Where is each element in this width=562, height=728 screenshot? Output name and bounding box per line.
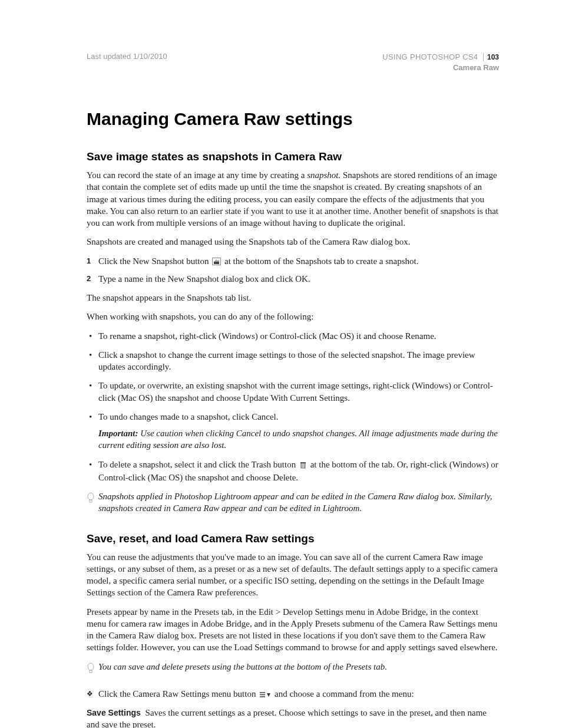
definition-term: Save Settings (87, 708, 141, 717)
paragraph: You can reuse the adjustments that you'v… (87, 551, 499, 599)
svg-point-9 (88, 663, 94, 670)
section-heading-snapshots: Save image states as snapshots in Camera… (87, 150, 499, 163)
list-item: 2 Type a name in the New Snapshot dialog… (87, 273, 499, 285)
settings-menu-icon (259, 689, 271, 701)
list-item: 1 Click the New Snapshot button at the b… (87, 255, 499, 268)
tip-bulb-icon (87, 490, 96, 507)
list-item: To delete a snapshot, select it and clic… (98, 459, 499, 484)
tip-note: Snapshots applied in Photoshop Lightroom… (87, 490, 499, 515)
section-heading-save-load: Save, reset, and load Camera Raw setting… (87, 532, 499, 545)
svg-marker-14 (267, 693, 270, 697)
bullet-list: To rename a snapshot, right-click (Windo… (87, 330, 499, 484)
list-item: Click a snapshot to change the current i… (98, 349, 499, 373)
list-item: To update, or overwrite, an existing sna… (98, 380, 499, 404)
list-item: To undo changes made to a snapshot, clic… (98, 411, 499, 452)
svg-rect-3 (301, 463, 305, 468)
doc-title: USING PHOTOSHOP CS4 (382, 52, 478, 61)
important-note: Important: Use caution when clicking Can… (98, 427, 499, 452)
paragraph: Snapshots are created and managed using … (87, 236, 499, 248)
paragraph: The snapshot appears in the Snapshots ta… (87, 292, 499, 304)
svg-rect-8 (90, 500, 92, 502)
paragraph: When working with snapshots, you can do … (87, 311, 499, 322)
definition-paragraph: Save Settings Saves the current settings… (87, 707, 499, 728)
list-item: To rename a snapshot, right-click (Windo… (98, 330, 499, 342)
tip-note: You can save and delete presets using th… (87, 661, 499, 677)
svg-rect-1 (214, 262, 219, 264)
action-step: ❖ Click the Camera Raw Settings menu but… (87, 688, 499, 701)
svg-rect-10 (90, 670, 92, 673)
header-section: Camera Raw (453, 63, 499, 72)
tip-bulb-icon (87, 661, 96, 677)
page-number: 103 (483, 53, 499, 61)
ordered-steps: 1 Click the New Snapshot button at the b… (87, 255, 499, 285)
page-title: Managing Camera Raw settings (87, 109, 499, 129)
paragraph: You can record the state of an image at … (87, 169, 499, 229)
trash-icon (299, 460, 307, 472)
svg-rect-4 (300, 462, 306, 463)
page: Last updated 1/10/2010 USING PHOTOSHOP C… (0, 0, 562, 728)
last-updated: Last updated 1/10/2010 (87, 52, 167, 61)
svg-point-7 (88, 493, 94, 500)
diamond-bullet-icon: ❖ (87, 688, 98, 701)
running-header: Last updated 1/10/2010 USING PHOTOSHOP C… (87, 52, 499, 73)
new-snapshot-icon (212, 256, 221, 268)
paragraph: Presets appear by name in the Presets ta… (87, 606, 499, 654)
